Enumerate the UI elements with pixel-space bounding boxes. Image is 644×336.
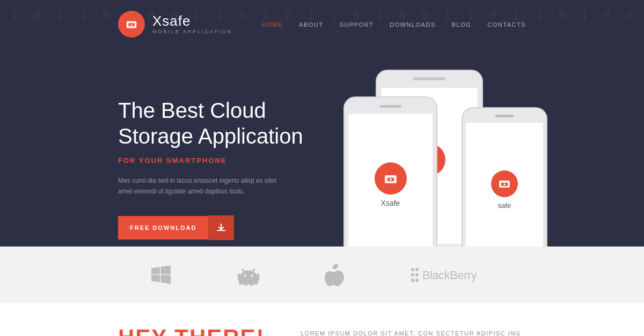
platform-android[interactable]: [238, 263, 259, 287]
bottom-tagline: LOREM IPSUM DOLOR SIT AMET, CON SECTETUR…: [301, 329, 526, 336]
free-download-button[interactable]: FREE DOWNLOAD: [118, 216, 208, 240]
hero-description: Mes cumi dia sed in lacus eniascet inger…: [118, 175, 279, 197]
nav-link-home[interactable]: HOME: [262, 21, 283, 28]
svg-rect-12: [239, 280, 258, 285]
logo[interactable]: Xsafe MOBILE APPLICATION: [118, 11, 232, 38]
phone-right-screen: safe: [466, 123, 543, 247]
app-icon-right: [491, 170, 518, 197]
svg-point-23: [411, 279, 414, 282]
bottom-title: HEY THERE!: [118, 325, 268, 336]
app-icon-front: [375, 162, 407, 195]
nav-item-support[interactable]: SUPPORT: [340, 19, 374, 29]
svg-point-17: [244, 275, 246, 277]
logo-subtitle: MOBILE APPLICATION: [152, 29, 232, 34]
nav-link-contacts[interactable]: CONTACTS: [487, 21, 526, 28]
nav-links: HOME ABOUT SUPPORT DOWNLOADS BLOG CONTAC…: [262, 19, 526, 29]
svg-rect-16: [250, 282, 252, 286]
platform-strip: BlackBerry: [0, 247, 644, 303]
platform-blackberry[interactable]: BlackBerry: [409, 265, 495, 285]
phone-mockups: safe Xsafe: [343, 64, 526, 247]
download-icon-button[interactable]: [208, 215, 234, 240]
bottom-right: LOREM IPSUM DOLOR SIT AMET, CON SECTETUR…: [301, 325, 526, 336]
nav-item-about[interactable]: ABOUT: [299, 19, 323, 29]
platform-apple[interactable]: [324, 263, 345, 287]
svg-point-19: [411, 268, 414, 271]
platform-windows[interactable]: [149, 263, 173, 287]
phone-mockup-front: Xsafe: [343, 96, 437, 247]
logo-text: Xsafe MOBILE APPLICATION: [152, 14, 232, 34]
phone-front-screen: Xsafe: [348, 114, 433, 247]
nav-link-about[interactable]: ABOUT: [299, 21, 323, 28]
hero-text: The Best Cloud Storage Application FOR Y…: [118, 92, 322, 241]
svg-rect-15: [245, 282, 247, 286]
svg-point-2: [131, 24, 133, 26]
logo-name: Xsafe: [152, 14, 232, 28]
navigation: Xsafe MOBILE APPLICATION HOME ABOUT SUPP…: [0, 0, 644, 48]
nav-item-downloads[interactable]: DOWNLOADS: [390, 19, 436, 29]
svg-point-22: [415, 273, 419, 277]
svg-point-18: [251, 275, 253, 277]
nav-item-blog[interactable]: BLOG: [452, 19, 472, 29]
svg-point-21: [411, 273, 414, 277]
nav-link-support[interactable]: SUPPORT: [340, 21, 374, 28]
svg-text:BlackBerry: BlackBerry: [422, 268, 477, 282]
svg-rect-14: [257, 273, 259, 281]
nav-link-downloads[interactable]: DOWNLOADS: [390, 21, 436, 28]
hero-section: Xsafe MOBILE APPLICATION HOME ABOUT SUPP…: [0, 0, 644, 247]
app-label-front: Xsafe: [381, 199, 400, 207]
logo-icon: [118, 11, 145, 38]
bottom-left: HEY THERE!: [118, 325, 268, 336]
svg-point-20: [415, 268, 419, 271]
hero-content: The Best Cloud Storage Application FOR Y…: [0, 48, 644, 247]
bottom-section: HEY THERE! LOREM IPSUM DOLOR SIT AMET, C…: [0, 303, 644, 336]
download-button-group[interactable]: FREE DOWNLOAD: [118, 215, 234, 240]
svg-point-11: [503, 183, 506, 185]
nav-item-contacts[interactable]: CONTACTS: [487, 19, 526, 29]
svg-point-8: [390, 178, 392, 181]
svg-rect-13: [238, 273, 240, 281]
nav-item-home[interactable]: HOME: [262, 19, 283, 29]
hero-title: The Best Cloud Storage Application: [118, 98, 322, 149]
svg-point-24: [415, 279, 419, 282]
nav-link-blog[interactable]: BLOG: [452, 21, 472, 28]
app-label-right: safe: [498, 201, 511, 210]
hero-subtitle: FOR YOUR SMARTPHONE: [118, 156, 322, 165]
phone-mockup-right: safe: [462, 107, 547, 247]
